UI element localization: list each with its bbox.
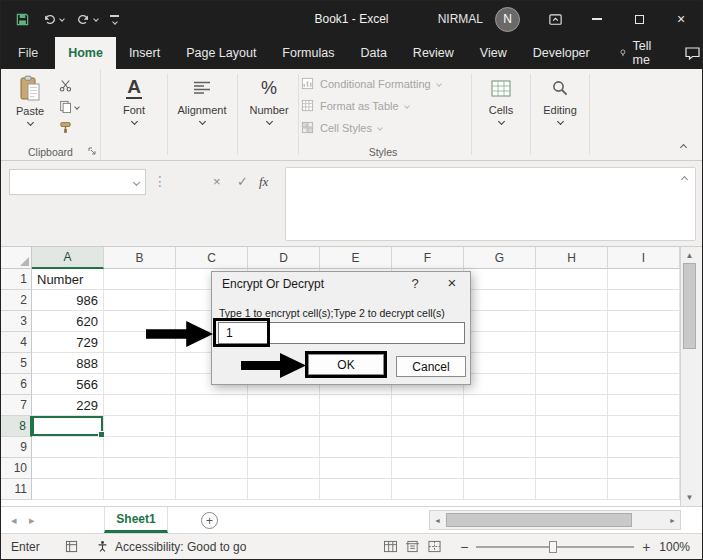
cell-A5[interactable]: 888 [32, 353, 104, 374]
editing-dropdown-icon[interactable] [556, 118, 563, 125]
cell-H10[interactable] [536, 458, 608, 479]
column-header-I[interactable]: I [608, 247, 680, 269]
cell-I5[interactable] [608, 353, 680, 374]
save-icon[interactable] [9, 8, 36, 31]
undo-dropdown-icon[interactable] [59, 16, 65, 22]
cell-G10[interactable] [464, 458, 536, 479]
format-painter-button[interactable] [59, 121, 79, 134]
cell-I8[interactable] [608, 416, 680, 437]
formula-input[interactable] [285, 167, 696, 241]
scroll-left-icon[interactable]: ◄ [434, 511, 441, 529]
copy-dropdown-icon[interactable] [74, 104, 80, 110]
cell-H6[interactable] [536, 374, 608, 395]
cell-A1[interactable]: Number [32, 269, 104, 290]
account-name[interactable]: NIRMAL [438, 12, 483, 26]
cell-E11[interactable] [320, 479, 392, 500]
cell-B7[interactable] [104, 395, 176, 416]
cell-A2[interactable]: 986 [32, 290, 104, 311]
row-header-8[interactable]: 8 [1, 416, 32, 437]
cell-A10[interactable] [32, 458, 104, 479]
cell-B2[interactable] [104, 290, 176, 311]
normal-view-button[interactable] [379, 540, 401, 553]
zoom-level[interactable]: 100% [659, 540, 690, 554]
number-dropdown-icon[interactable] [265, 118, 272, 125]
zoom-out-button[interactable]: − [457, 539, 471, 555]
cell-H5[interactable] [536, 353, 608, 374]
redo-button[interactable] [70, 9, 104, 30]
zoom-in-button[interactable]: + [639, 539, 653, 555]
collapse-formula-bar-icon[interactable] [681, 176, 688, 183]
tab-view[interactable]: View [467, 37, 520, 69]
row-header-2[interactable]: 2 [1, 290, 32, 311]
cell-I11[interactable] [608, 479, 680, 500]
alignment-group-button[interactable]: Alignment [171, 75, 233, 124]
cell-A6[interactable]: 566 [32, 374, 104, 395]
cell-styles-dropdown-icon[interactable] [377, 125, 383, 131]
cell-G3[interactable] [464, 311, 536, 332]
cell-B11[interactable] [104, 479, 176, 500]
cell-G5[interactable] [464, 353, 536, 374]
cell-H3[interactable] [536, 311, 608, 332]
ok-button[interactable]: OK [308, 354, 384, 375]
cell-styles-button[interactable]: Cell Styles [301, 121, 441, 134]
cell-G2[interactable] [464, 290, 536, 311]
redo-dropdown-icon[interactable] [93, 16, 99, 22]
cell-F9[interactable] [392, 437, 464, 458]
row-header-3[interactable]: 3 [1, 311, 32, 332]
font-dropdown-icon[interactable] [130, 118, 137, 125]
number-group-button[interactable]: % Number [241, 75, 297, 124]
column-header-F[interactable]: F [392, 247, 464, 269]
alignment-dropdown-icon[interactable] [198, 118, 205, 125]
cell-E10[interactable] [320, 458, 392, 479]
prev-sheet-button[interactable]: ◂ [11, 507, 17, 533]
scroll-right-icon[interactable]: ► [669, 511, 676, 529]
tab-data[interactable]: Data [347, 37, 399, 69]
column-header-C[interactable]: C [176, 247, 248, 269]
cell-D10[interactable] [248, 458, 320, 479]
account-avatar[interactable]: N [495, 7, 520, 32]
minimize-button[interactable] [576, 1, 618, 37]
cell-A9[interactable] [32, 437, 104, 458]
ribbon-display-options-button[interactable] [534, 1, 576, 37]
cell-B9[interactable] [104, 437, 176, 458]
cell-G7[interactable] [464, 395, 536, 416]
cell-F7[interactable] [392, 395, 464, 416]
zoom-slider[interactable] [476, 539, 634, 555]
accessibility-status[interactable]: Accessibility: Good to go [96, 540, 246, 554]
cell-H4[interactable] [536, 332, 608, 353]
cell-D11[interactable] [248, 479, 320, 500]
cells-dropdown-icon[interactable] [497, 118, 504, 125]
cell-A11[interactable] [32, 479, 104, 500]
column-header-D[interactable]: D [248, 247, 320, 269]
row-header-6[interactable]: 6 [1, 374, 32, 395]
horizontal-scroll-thumb[interactable] [446, 513, 632, 527]
tab-file[interactable]: File [1, 37, 55, 69]
format-as-table-dropdown-icon[interactable] [404, 103, 410, 109]
column-header-E[interactable]: E [320, 247, 392, 269]
cell-G8[interactable] [464, 416, 536, 437]
cell-H7[interactable] [536, 395, 608, 416]
cell-B3[interactable] [104, 311, 176, 332]
cell-C7[interactable] [176, 395, 248, 416]
cut-button[interactable] [59, 79, 79, 92]
cell-I4[interactable] [608, 332, 680, 353]
cell-I2[interactable] [608, 290, 680, 311]
enter-entry-button[interactable]: ✓ [237, 174, 248, 189]
editing-group-button[interactable]: Editing [534, 75, 586, 124]
dialog-help-button[interactable]: ? [406, 276, 424, 291]
close-button[interactable]: × [660, 1, 702, 37]
row-header-1[interactable]: 1 [1, 269, 32, 290]
scroll-down-icon[interactable]: ▼ [681, 493, 698, 502]
cell-I3[interactable] [608, 311, 680, 332]
column-header-H[interactable]: H [536, 247, 608, 269]
cell-B6[interactable] [104, 374, 176, 395]
insert-function-button[interactable]: fx [259, 174, 268, 190]
cell-G1[interactable] [464, 269, 536, 290]
clipboard-dialog-launcher[interactable] [87, 146, 97, 156]
cell-H1[interactable] [536, 269, 608, 290]
scroll-up-icon[interactable]: ▲ [681, 251, 698, 260]
dialog-close-button[interactable]: × [443, 274, 461, 291]
cell-A7[interactable]: 229 [32, 395, 104, 416]
cell-H11[interactable] [536, 479, 608, 500]
cell-B1[interactable] [104, 269, 176, 290]
